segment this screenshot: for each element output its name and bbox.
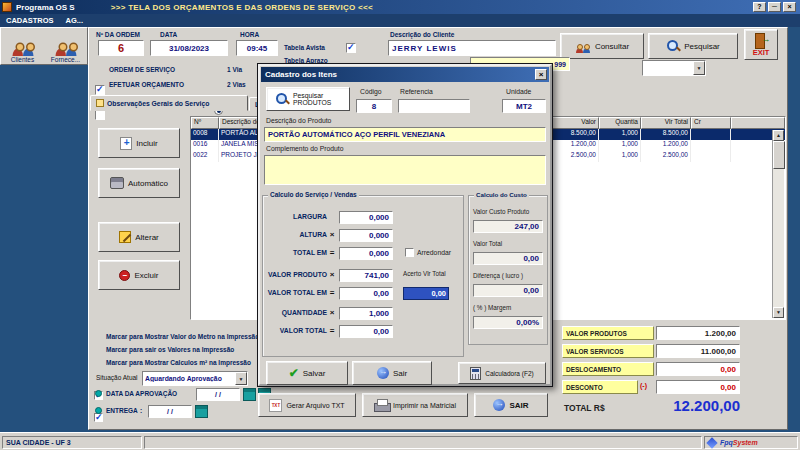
table-cell-num: 0008: [191, 129, 219, 140]
chevron-down-icon[interactable]: ▼: [235, 372, 247, 385]
margem-field: 0,00%: [473, 316, 543, 329]
table-scrollbar[interactable]: ▲ ▼: [772, 130, 784, 318]
sair-button[interactable]: SAIR: [474, 393, 548, 417]
table-header-c-quantia[interactable]: Quantia: [599, 117, 641, 129]
tabela-avista-checkbox[interactable]: [346, 43, 356, 53]
salvar-button[interactable]: ✔ Salvar: [266, 361, 348, 385]
help-button[interactable]: ?: [753, 2, 766, 12]
tab-observacoes[interactable]: Observações Gerais do Serviço: [90, 95, 248, 111]
table-cell-quantia: 1,000: [599, 151, 641, 162]
salvar-label: Salvar: [303, 369, 326, 378]
table-header-c-num[interactable]: Nº: [191, 117, 219, 129]
valor-servicos-value: 11.000,00: [656, 344, 740, 358]
table-header-c-valor[interactable]: Valor: [549, 117, 599, 129]
via2-label: 2 Vias: [227, 81, 246, 88]
title-bar: Programa OS S >>> TELA DOS ORÇAMENTOS E …: [0, 0, 800, 14]
fornecedores-button[interactable]: Fornece...: [45, 29, 86, 63]
automatico-button[interactable]: Automático: [98, 168, 180, 198]
table-header-c-total[interactable]: Vlr Total: [641, 117, 691, 129]
consultar-button[interactable]: Consultar: [560, 33, 644, 59]
pesquisar-button[interactable]: Pesquisar: [648, 33, 738, 59]
complemento-field[interactable]: [264, 155, 546, 185]
margem-label: ( % ) Margem: [473, 304, 511, 311]
print-valores-checkbox[interactable]: [94, 413, 103, 422]
calendar-icon[interactable]: [243, 388, 256, 401]
total-em-field[interactable]: 0,000: [339, 247, 393, 260]
time-field[interactable]: 09:45: [236, 40, 278, 56]
order-number-field[interactable]: 6: [98, 40, 144, 56]
excluir-button[interactable]: − Excluir: [98, 260, 180, 290]
pesquisar-label: Pesquisar: [684, 42, 720, 51]
acerto-vlr-total-label: Acerto Vlr Total: [403, 270, 446, 277]
valor-produto-field[interactable]: 741,00: [339, 269, 393, 282]
alterar-button[interactable]: Alterar: [98, 222, 180, 252]
unidade-label: Unidade: [506, 88, 531, 95]
clientes-button[interactable]: Clientes: [2, 29, 43, 63]
quantidade-field[interactable]: 1,000: [339, 307, 393, 320]
calendar-icon[interactable]: [195, 405, 208, 418]
scroll-up-icon[interactable]: ▲: [773, 130, 784, 141]
header-combobox[interactable]: ▼: [642, 60, 706, 76]
arredondar-checkbox[interactable]: [405, 248, 414, 257]
unidade-field[interactable]: MT2: [502, 99, 546, 113]
entrega-date-field[interactable]: / /: [148, 405, 192, 418]
complemento-label: Complemento do Produto: [266, 145, 343, 152]
referencia-field[interactable]: [398, 99, 470, 113]
situacao-combobox[interactable]: Aguardando Aprovação ▼: [142, 371, 248, 386]
valor-total-em-field[interactable]: 0,00: [339, 287, 393, 300]
table-cell-num: 0016: [191, 140, 219, 151]
aprovacao-label: DATA DA APROVAÇÃO: [106, 390, 177, 397]
descricao-produto-field[interactable]: PORTÃO AUTOMÁTICO AÇO PERFIL VENEZIANA: [264, 127, 546, 142]
exit-button[interactable]: EXIT: [744, 29, 778, 60]
entrega-label: ENTREGA: [106, 407, 138, 414]
acerto-vlr-total-field[interactable]: 0,00: [403, 287, 449, 300]
menu-ag[interactable]: AG...: [60, 16, 90, 25]
app-title: Programa OS S: [16, 3, 75, 12]
aprovacao-date-field[interactable]: / /: [196, 388, 240, 401]
date-field[interactable]: 31/08/2023: [150, 40, 228, 56]
modal-sair-button[interactable]: Sair: [352, 361, 432, 385]
gerar-txt-button[interactable]: TXT Gerar Arquivo TXT: [258, 393, 356, 417]
valor-total-field[interactable]: 0,00: [339, 325, 393, 338]
pesquisar-produtos-button[interactable]: Pesquisar PRODUTOS: [266, 87, 350, 111]
imprimir-matricial-button[interactable]: Imprimir na Matricial: [362, 393, 468, 417]
status-bar: SUA CIDADE - UF 3 FpqSystem: [0, 432, 800, 450]
scrollbar-thumb[interactable]: [773, 141, 785, 169]
minimize-button[interactable]: ─: [768, 2, 781, 12]
calculator-icon: [470, 367, 481, 380]
descricao-produto-label: Descrição do Produto: [266, 117, 331, 124]
total-em-label: TOTAL EM: [265, 249, 327, 256]
aprovacao-bullet-icon: [95, 390, 102, 397]
edit-icon: [119, 231, 131, 243]
brand-system: System: [733, 439, 758, 446]
calculadora-button[interactable]: Calculadora (F2): [458, 362, 546, 384]
table-cell-num: 0022: [191, 151, 219, 162]
dialog-close-button[interactable]: ×: [535, 69, 547, 80]
codigo-label: Código: [360, 88, 382, 95]
codigo-field[interactable]: 8: [356, 99, 392, 113]
largura-field[interactable]: 0,000: [339, 211, 393, 224]
cadastro-itens-dialog: Cadastro dos Itens × Pesquisar PRODUTOS …: [258, 64, 552, 386]
status-city: SUA CIDADE - UF 3: [2, 436, 142, 449]
menu-cadastros[interactable]: CADASTROS: [0, 16, 60, 25]
chevron-down-icon[interactable]: ▼: [693, 61, 705, 75]
table-cell-valor: 8.500,00: [549, 129, 599, 140]
total-value: 12.200,00: [618, 397, 740, 414]
multiply-operator: ×: [328, 308, 336, 317]
table-header-c-cr[interactable]: Cr: [691, 117, 731, 129]
imprimir-matricial-label: Imprimir na Matricial: [393, 402, 456, 409]
toolbar: Clientes Fornece...: [0, 27, 88, 65]
calc-custo-group: Calculo do Custo Valor Custo Produto 247…: [468, 195, 548, 345]
client-field[interactable]: JERRY LEWIS: [388, 40, 556, 56]
suppliers-icon: [54, 37, 78, 57]
efetuar-orcamento-checkbox[interactable]: [95, 110, 105, 120]
ordem-servico-checkbox[interactable]: [95, 85, 105, 95]
incluir-button[interactable]: Incluir: [98, 128, 180, 158]
close-button[interactable]: ×: [783, 2, 796, 12]
gerar-txt-label: Gerar Arquivo TXT: [286, 402, 344, 409]
fornecedores-label: Fornece...: [51, 56, 80, 63]
dialog-title-bar[interactable]: Cadastro dos Itens ×: [261, 67, 549, 82]
altura-field[interactable]: 0,000: [339, 229, 393, 242]
scroll-down-icon[interactable]: ▼: [773, 307, 784, 318]
table-header-filler: [731, 117, 785, 129]
